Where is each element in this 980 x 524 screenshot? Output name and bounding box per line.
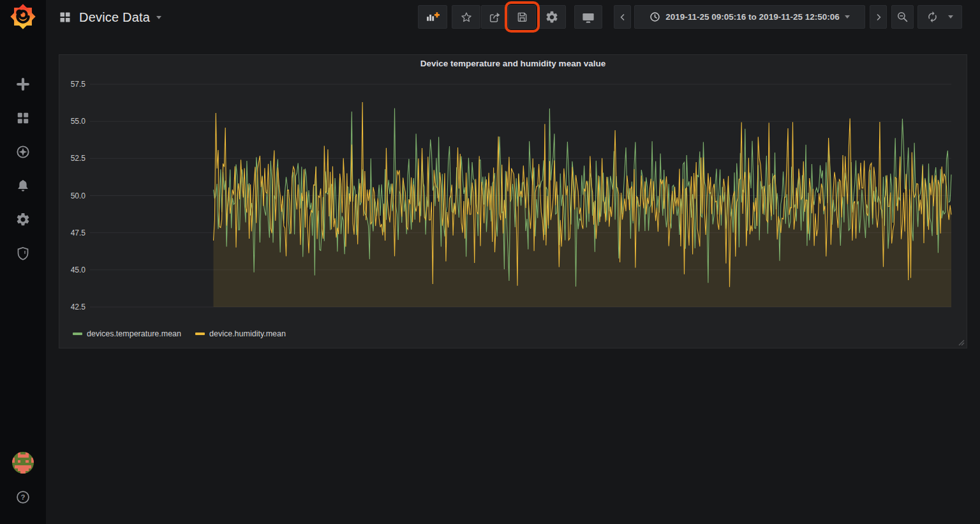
- time-backward-button[interactable]: [614, 5, 631, 29]
- legend-label: device.humidity.mean: [209, 329, 286, 338]
- save-icon: [515, 10, 530, 24]
- refresh-interval-caret-icon: [948, 15, 953, 19]
- sidebar-item-dashboards[interactable]: [15, 110, 31, 126]
- sidebar-item-configuration[interactable]: [15, 212, 31, 227]
- share-icon: [487, 10, 502, 24]
- chevron-left-icon: [618, 12, 628, 22]
- sidebar-item-create[interactable]: [15, 77, 31, 92]
- bell-icon: [15, 178, 31, 193]
- add-panel-icon: [424, 9, 441, 26]
- zoom-out-icon: [896, 10, 909, 24]
- y-axis-tick-label: 57.5: [71, 80, 86, 89]
- chevron-right-icon: [873, 12, 884, 22]
- share-button[interactable]: [481, 5, 509, 29]
- caret-down-icon: [845, 15, 850, 19]
- panel-device-data: Device temperature and humidity mean val…: [59, 54, 967, 348]
- refresh-button[interactable]: [917, 5, 962, 29]
- y-axis-tick-label: 45.0: [71, 266, 86, 274]
- gear-icon: [15, 212, 31, 227]
- help-button[interactable]: ?: [15, 489, 31, 505]
- panel-title[interactable]: Device temperature and humidity mean val…: [59, 59, 967, 68]
- panel-resize-handle[interactable]: [957, 338, 965, 346]
- tv-icon: [581, 10, 596, 25]
- sidebar-item-alerting[interactable]: [15, 178, 31, 193]
- zoom-out-button[interactable]: [891, 5, 914, 29]
- y-axis-tick-label: 47.5: [71, 228, 86, 237]
- y-axis-tick-label: 52.5: [71, 154, 86, 163]
- dashboard-grid-icon: [59, 11, 71, 24]
- apps-grid-icon: [15, 110, 31, 126]
- legend-color-swatch: [195, 333, 205, 335]
- sidebar-item-server-admin[interactable]: [15, 246, 31, 261]
- grafana-logo[interactable]: [10, 3, 36, 30]
- time-forward-button[interactable]: [870, 5, 887, 29]
- svg-text:?: ?: [21, 493, 26, 501]
- chart-legend: devices.temperature.mean device.humidity…: [73, 329, 286, 338]
- dashboard-title-text: Device Data: [79, 10, 150, 25]
- user-avatar[interactable]: [12, 452, 34, 474]
- top-nav: Device Data: [46, 0, 980, 34]
- tv-button[interactable]: [574, 5, 602, 29]
- grafana-flame-icon: [10, 3, 36, 30]
- question-mark-icon: ?: [15, 489, 31, 505]
- save-button[interactable]: [509, 5, 536, 29]
- gear-icon: [545, 10, 559, 24]
- clock-icon: [650, 11, 660, 22]
- timeseries-chart[interactable]: 57.555.052.550.047.545.042.509:1009:2009…: [59, 55, 967, 329]
- chevron-down-icon: [156, 16, 161, 19]
- plus-icon: [15, 77, 31, 92]
- series-fill-device.humidity.mean: [214, 102, 952, 307]
- legend-item-humidity[interactable]: device.humidity.mean: [195, 329, 286, 338]
- legend-label: devices.temperature.mean: [87, 329, 181, 338]
- shield-icon: [15, 246, 31, 261]
- add-panel-button[interactable]: [418, 5, 447, 29]
- avatar: [12, 452, 34, 474]
- y-axis-tick-label: 42.5: [71, 303, 86, 311]
- star-button[interactable]: [452, 5, 480, 29]
- legend-color-swatch: [73, 333, 82, 335]
- sidebar: ?: [0, 0, 46, 524]
- y-axis-tick-label: 55.0: [71, 117, 86, 126]
- sidebar-item-explore[interactable]: [15, 144, 31, 160]
- star-icon: [459, 10, 473, 24]
- time-range-label: 2019-11-25 09:05:16 to 2019-11-25 12:50:…: [665, 12, 839, 22]
- legend-item-temperature[interactable]: devices.temperature.mean: [73, 329, 181, 338]
- dashboard-header: Device Data: [59, 0, 161, 34]
- sidebar-nav: [0, 77, 46, 261]
- y-axis-tick-label: 50.0: [71, 191, 86, 200]
- refresh-icon: [926, 11, 939, 23]
- time-range-picker[interactable]: 2019-11-25 09:05:16 to 2019-11-25 12:50:…: [634, 5, 865, 29]
- settings-button[interactable]: [537, 5, 566, 29]
- dashboard-title[interactable]: Device Data: [79, 10, 161, 25]
- compass-icon: [15, 144, 31, 160]
